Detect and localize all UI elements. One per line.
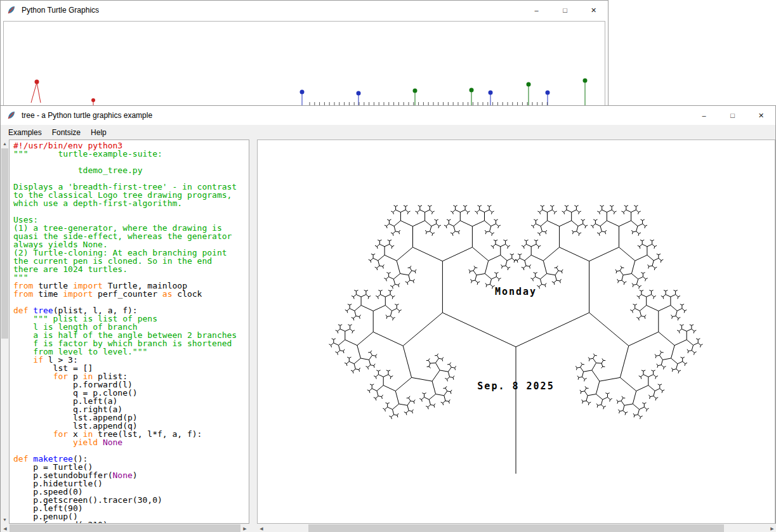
code-pane[interactable]: #!/usr/bin/env python3""" turtle-example… [9, 139, 249, 524]
turtle-mark [413, 89, 418, 93]
maximize-icon: □ [730, 112, 735, 119]
minimize-icon: – [534, 7, 538, 14]
code-line: which use a depth-first-algorithm. [13, 199, 249, 207]
turtle-canvas-pane: MondaySep. 8 2025 [257, 139, 775, 524]
front-window-title: tree - a Python turtle graphics example [22, 111, 152, 120]
minimize-button[interactable]: – [522, 1, 551, 20]
fractal-tree-drawing [329, 205, 703, 474]
vertical-scroll-thumb[interactable] [1, 148, 8, 339]
scroll-down-button[interactable]: ▼ [1, 516, 9, 524]
horizontal-scroll-thumb[interactable] [308, 524, 724, 532]
menu-fontsize[interactable]: Fontsize [47, 126, 86, 139]
turtle-canvas-svg: MondaySep. 8 2025 [258, 140, 775, 523]
canvas-label: Monday [495, 286, 537, 297]
minimize-button[interactable]: – [690, 106, 718, 125]
front-titlebar[interactable]: tree - a Python turtle graphics example … [1, 106, 775, 125]
code-line: tdemo_tree.py [13, 166, 249, 174]
back-window-title: Python Turtle Graphics [22, 6, 99, 15]
turtle-mark [300, 90, 305, 94]
turtle-mark [357, 91, 361, 96]
turtle-mark [470, 88, 474, 93]
feather-icon [6, 5, 16, 15]
turtle-mark [489, 91, 493, 95]
chevron-left-icon: ◀ [3, 526, 6, 531]
close-button[interactable]: ✕ [747, 106, 775, 125]
back-titlebar[interactable]: Python Turtle Graphics – □ ✕ [1, 1, 608, 20]
menubar: Examples Fontsize Help [1, 125, 775, 139]
turtle-hand-mark [31, 82, 41, 103]
code-vertical-scrollbar[interactable]: ▲ ▼ [1, 139, 9, 524]
chevron-right-icon: ▶ [243, 526, 246, 531]
horizontal-scroll-thumb[interactable] [10, 524, 240, 532]
close-icon: ✕ [591, 7, 596, 14]
scroll-left-button[interactable]: ◀ [257, 524, 266, 532]
menu-help[interactable]: Help [86, 126, 112, 139]
code-line: """ turtle-example-suite: [13, 150, 249, 158]
turtle-mark [583, 79, 588, 83]
pane-sash[interactable] [249, 139, 257, 532]
code-line [13, 207, 249, 216]
feather-icon [6, 110, 16, 120]
code-line: there are 1024 turtles. [13, 265, 249, 273]
chevron-right-icon: ▶ [770, 526, 773, 531]
scroll-right-button[interactable]: ▶ [240, 524, 249, 532]
code-line: from time import perf_counter as clock [13, 290, 249, 298]
maximize-icon: □ [563, 7, 567, 14]
chevron-up-icon: ▲ [3, 141, 7, 146]
canvas-label: Sep. 8 2025 [477, 380, 554, 392]
close-icon: ✕ [758, 112, 764, 119]
maximize-button[interactable]: □ [551, 1, 579, 20]
turtle-mark [546, 91, 550, 95]
chevron-down-icon: ▼ [3, 517, 7, 522]
minimize-icon: – [702, 112, 706, 119]
scroll-left-button[interactable]: ◀ [1, 524, 10, 532]
code-line: yield None [13, 438, 249, 446]
scroll-right-button[interactable]: ▶ [768, 524, 776, 532]
turtle-mark [91, 98, 95, 102]
close-button[interactable]: ✕ [579, 1, 608, 20]
chevron-left-icon: ◀ [260, 526, 263, 531]
canvas-horizontal-scrollbar[interactable]: ◀ ▶ [257, 524, 776, 532]
turtle-mark [527, 82, 531, 87]
scroll-up-button[interactable]: ▲ [1, 139, 9, 148]
code-area: #!/usr/bin/env python3""" turtle-example… [10, 140, 249, 524]
code-horizontal-scrollbar[interactable]: ◀ ▶ [1, 524, 249, 532]
maximize-button[interactable]: □ [718, 106, 747, 125]
desktop: Python Turtle Graphics – □ ✕ tree - a Py… [0, 0, 776, 532]
turtledemo-window: tree - a Python turtle graphics example … [0, 105, 776, 532]
menu-examples[interactable]: Examples [3, 126, 47, 139]
